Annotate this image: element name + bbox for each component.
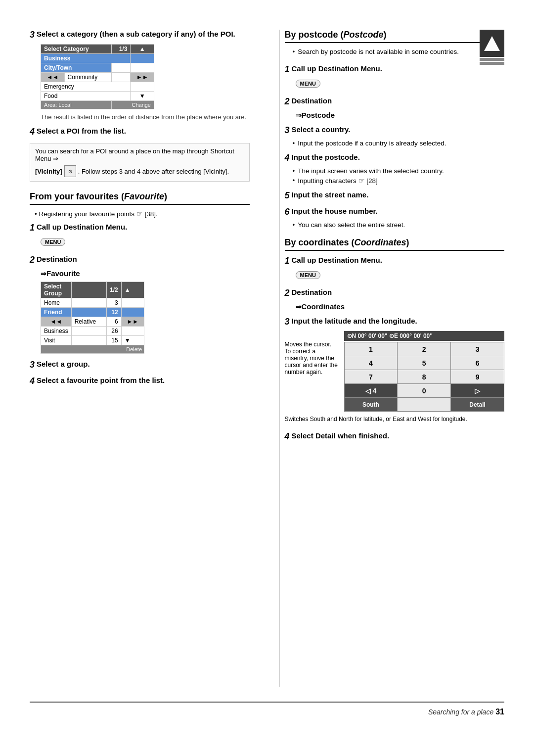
fav-step2-line: 2 Destination bbox=[30, 255, 250, 265]
cat-header-row: Select Category 1/3 ▲ bbox=[41, 45, 154, 54]
group-nav-left[interactable]: ◄◄ bbox=[41, 317, 72, 327]
postcode-section-heading: By postcode (Postcode) bbox=[285, 30, 505, 43]
coord-key-6[interactable]: 6 bbox=[451, 356, 504, 370]
coord-key-8[interactable]: 8 bbox=[398, 370, 451, 384]
menu-button-fav[interactable]: MENU bbox=[41, 238, 65, 246]
group-visit-label: Visit bbox=[41, 336, 72, 345]
post-step3-text: Select a country. bbox=[292, 125, 351, 134]
group-delete-label[interactable]: Delete bbox=[41, 345, 144, 354]
coord-step3-num: 3 bbox=[285, 317, 290, 327]
group-business-num: 26 bbox=[106, 327, 121, 336]
fav-step1-container: 1 Call up Destination Menu. MENU bbox=[30, 223, 250, 249]
group-nav-right[interactable]: ►► bbox=[121, 317, 144, 327]
step4-container: 4 Select a POI from the list. bbox=[30, 127, 250, 137]
coord-step3-text: Input the latitude and the longitude. bbox=[292, 317, 417, 325]
group-delete-row: Delete bbox=[41, 345, 144, 354]
cat-right-3 bbox=[131, 82, 154, 92]
group-visit-blank bbox=[71, 336, 106, 345]
postcode-bold: Postcode bbox=[344, 30, 384, 40]
coord-key-fwd[interactable]: ▷ bbox=[451, 384, 504, 398]
favourites-heading-close: ) bbox=[164, 191, 167, 201]
post-step3-note: Input the postcode if a country is alrea… bbox=[293, 140, 505, 147]
coord-key-2[interactable]: 2 bbox=[398, 342, 451, 356]
coord-key-3[interactable]: 3 bbox=[451, 342, 504, 356]
group-table-wrapper: Select Group 1/2 ▲ Home 3 bbox=[41, 282, 250, 354]
post-step2-dest: Destination bbox=[292, 96, 332, 105]
fav-step2-arrow: ⇒Favourite bbox=[41, 269, 250, 278]
cat-nav-right[interactable]: ►► bbox=[131, 73, 154, 82]
cat-area-label: Area: Local bbox=[41, 101, 112, 109]
footer-italic-text: Searching for a place bbox=[428, 708, 493, 716]
post-arrow-text: Postcode bbox=[302, 111, 335, 119]
fav-step1-num: 1 bbox=[30, 223, 35, 233]
cat-business-label: Business bbox=[41, 54, 131, 63]
post-step4-line: 4 Input the postcode. bbox=[285, 153, 505, 163]
select-group-table: Select Group 1/2 ▲ Home 3 bbox=[41, 282, 144, 354]
coord-header: ⊙N 00° 00' 00" ⊙E 000° 00' 00" bbox=[344, 331, 505, 341]
group-row-relative[interactable]: ◄◄ Relative 6 ►► bbox=[41, 317, 144, 327]
cat-citytown-blank bbox=[111, 63, 130, 73]
post-step2-container: 2 Destination ⇒Postcode bbox=[285, 96, 505, 119]
group-scroll-up[interactable]: ▲ bbox=[121, 282, 144, 298]
footer-page-num: 31 bbox=[495, 708, 504, 716]
group-row-business[interactable]: Business 26 bbox=[41, 327, 144, 336]
group-scroll-down[interactable]: ▼ bbox=[121, 336, 144, 345]
post-step4-container: 4 Input the postcode. The input screen v… bbox=[285, 153, 505, 185]
step3-number: 3 bbox=[30, 30, 35, 40]
footer: Searching for a place 31 bbox=[30, 702, 504, 716]
cat-scroll-up[interactable]: ▲ bbox=[131, 45, 154, 54]
menu-button-coord[interactable]: MENU bbox=[296, 271, 320, 279]
step3-line: 3 Select a category (then a sub category… bbox=[30, 30, 250, 40]
select-category-table: Select Category 1/3 ▲ Business City/Town bbox=[41, 44, 154, 109]
coord-key-5[interactable]: 5 bbox=[398, 356, 451, 370]
post-step3-container: 3 Select a country. Input the postcode i… bbox=[285, 125, 505, 147]
post-step6-line: 6 Input the house number. bbox=[285, 207, 505, 217]
coord-row-1: 1 2 3 bbox=[344, 342, 504, 356]
coord-key-back[interactable]: ◁ 4 bbox=[344, 384, 398, 398]
coord-key-0[interactable]: 0 bbox=[398, 384, 451, 398]
cat-row-business[interactable]: Business bbox=[41, 54, 154, 63]
nav-stripe-1 bbox=[480, 58, 504, 61]
coord-row-4: ◁ 4 0 ▷ bbox=[344, 384, 504, 398]
coord-key-4[interactable]: 4 bbox=[344, 356, 398, 370]
coord-south-btn[interactable]: South bbox=[344, 398, 398, 412]
cat-scroll-down[interactable]: ▼ bbox=[131, 92, 154, 101]
coord-bottom-note: Switches South and North for latitude, o… bbox=[285, 416, 505, 423]
nav-arrow-icon bbox=[484, 36, 500, 51]
coord-step2-line: 2 Destination bbox=[285, 288, 505, 298]
info-box-line1: You can search for a POI around a place … bbox=[35, 147, 244, 162]
nav-stripe-2 bbox=[480, 62, 504, 65]
fav-step1-line: 1 Call up Destination Menu. bbox=[30, 223, 250, 233]
coord-table-wrap: ⊙N 00° 00' 00" ⊙E 000° 00' 00" 1 2 3 4 5… bbox=[344, 331, 505, 412]
coord-key-1[interactable]: 1 bbox=[344, 342, 398, 356]
coord-arrow-text: Coordinates bbox=[302, 302, 345, 311]
post-step6-num: 6 bbox=[285, 207, 290, 217]
group-home-label: Home bbox=[41, 298, 72, 308]
cat-row-citytown[interactable]: City/Town bbox=[41, 63, 154, 73]
group-friend-num: 12 bbox=[106, 308, 121, 317]
nav-icon-area bbox=[480, 30, 504, 66]
cat-row-emergency[interactable]: Emergency bbox=[41, 82, 154, 92]
cat-row-food[interactable]: Food ▼ bbox=[41, 92, 154, 101]
menu-button-post[interactable]: MENU bbox=[296, 80, 320, 88]
postcode-note: Search by postcode is not available in s… bbox=[293, 48, 505, 55]
group-row-visit[interactable]: Visit 15 ▼ bbox=[41, 336, 144, 345]
fav-step3-num: 3 bbox=[30, 360, 35, 370]
fav-step3-container: 3 Select a group. bbox=[30, 360, 250, 370]
fav-step4-line: 4 Select a favourite point from the list… bbox=[30, 376, 250, 386]
group-row-friend[interactable]: Friend 12 bbox=[41, 308, 144, 317]
fav-step4-text: Select a favourite point from the list. bbox=[37, 376, 165, 384]
group-business-label: Business bbox=[41, 327, 72, 336]
cat-change-btn[interactable]: Change bbox=[111, 101, 154, 109]
coord-key-7[interactable]: 7 bbox=[344, 370, 398, 384]
cat-nav-left[interactable]: ◄◄ bbox=[41, 73, 65, 82]
fav-step2-dest: Destination bbox=[37, 255, 77, 263]
coord-detail-btn[interactable]: Detail bbox=[451, 398, 504, 412]
coord-key-9[interactable]: 9 bbox=[451, 370, 504, 384]
fav-step4-container: 4 Select a favourite point from the list… bbox=[30, 376, 250, 386]
step4-number: 4 bbox=[30, 127, 35, 137]
group-row-home[interactable]: Home 3 bbox=[41, 298, 144, 308]
postcode-heading-text: By postcode ( bbox=[285, 30, 344, 40]
cat-row-community[interactable]: ◄◄ Community ►► bbox=[41, 73, 154, 82]
coord-step1-num: 1 bbox=[285, 256, 290, 266]
